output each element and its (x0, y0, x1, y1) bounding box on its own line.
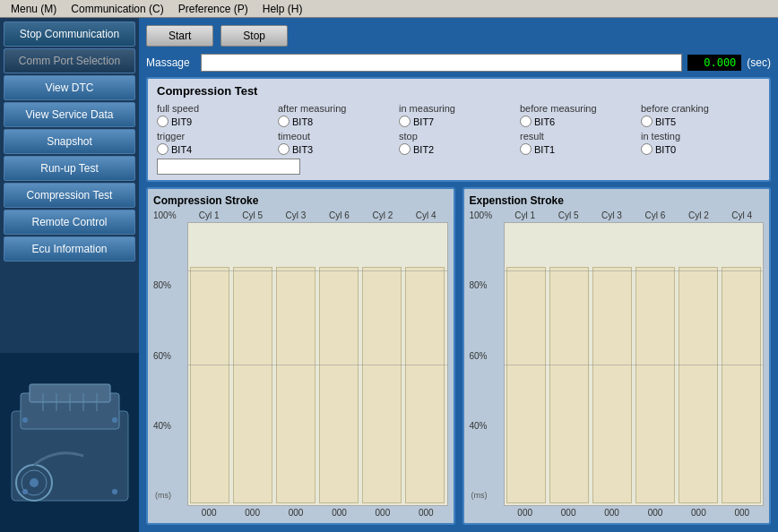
menu-bar: Menu (M) Communication (C) Preference (P… (0, 0, 778, 18)
sidebar: Stop Communication Comm Port Selection V… (0, 18, 139, 532)
bit4-radio[interactable] (157, 143, 169, 155)
charts-area: Compression Stroke 100% 80% 60% 40% (ms)… (146, 187, 771, 525)
bit-item-bit0: in testing BIT0 (641, 131, 760, 155)
compression-bars-wrapper (187, 222, 448, 506)
menu-menu[interactable]: Menu (M) (4, 1, 64, 17)
massage-input[interactable] (201, 54, 682, 72)
exp-bar-col-3 (592, 225, 632, 503)
compression-text-input-row (157, 159, 760, 175)
expansion-col-headers: Cyl 1 Cyl 5 Cyl 3 Cyl 6 Cyl 2 Cyl 4 (504, 210, 765, 220)
ecu-information-button[interactable]: Ecu Information (4, 236, 135, 262)
bit-item-bit5: before cranking BIT5 (641, 103, 760, 127)
help-menu[interactable]: Help (H) (255, 1, 310, 17)
svg-point-13 (22, 489, 28, 494)
run-up-test-button[interactable]: Run-up Test (4, 156, 135, 181)
bar-col-5 (362, 225, 402, 503)
bit9-radio[interactable] (157, 116, 169, 127)
stop-button[interactable]: Stop (220, 25, 288, 47)
compression-test-panel: Compression Test full speed BIT9 after m… (146, 77, 771, 182)
compression-test-button[interactable]: Compression Test (4, 183, 135, 208)
start-button[interactable]: Start (146, 25, 213, 47)
stop-communication-button[interactable]: Stop Communication (4, 21, 135, 47)
compression-test-title: Compression Test (157, 84, 760, 98)
expansion-bars-wrapper (504, 222, 765, 506)
bit-item-bit9: full speed BIT9 (157, 103, 276, 127)
bit-item-bit7: in measuring BIT7 (399, 103, 518, 127)
top-controls: Start Stop (146, 25, 771, 47)
expansion-values-row: 000 000 000 000 000 000 (504, 508, 765, 518)
bit2-radio[interactable] (399, 143, 411, 155)
compression-bars-area: Cyl 1 Cyl 5 Cyl 3 Cyl 6 Cyl 2 Cyl 4 (187, 210, 448, 518)
compression-values-row: 000 000 000 000 000 000 (187, 508, 448, 518)
expansion-bars-area: Cyl 1 Cyl 5 Cyl 3 Cyl 6 Cyl 2 Cyl 4 (504, 210, 765, 518)
bit-item-bit6: before measuring BIT6 (520, 103, 639, 127)
massage-row: Massage 0.000 (sec) (146, 54, 771, 72)
expansion-stroke-chart: 100% 80% 60% 40% (ms) Cyl 1 Cyl 5 Cyl 3 … (470, 210, 765, 518)
massage-label: Massage (146, 56, 195, 69)
engine-image (0, 353, 139, 532)
exp-bar-col-2 (549, 225, 589, 503)
compression-stroke-chart: 100% 80% 60% 40% (ms) Cyl 1 Cyl 5 Cyl 3 … (153, 210, 448, 518)
compression-stroke-panel: Compression Stroke 100% 80% 60% 40% (ms)… (146, 187, 455, 525)
compression-col-headers: Cyl 1 Cyl 5 Cyl 3 Cyl 6 Cyl 2 Cyl 4 (187, 210, 448, 220)
main-layout: Stop Communication Comm Port Selection V… (0, 18, 778, 532)
bit5-radio[interactable] (641, 116, 653, 127)
bit3-radio[interactable] (278, 143, 290, 155)
compression-stroke-title: Compression Stroke (153, 194, 448, 207)
expansion-y-axis: 100% 80% 60% 40% (ms) (470, 210, 504, 518)
bit1-radio[interactable] (520, 143, 532, 155)
expansion-stroke-title: Expenstion Stroke (470, 194, 765, 207)
exp-bar-col-5 (679, 225, 718, 503)
compression-text-input[interactable] (157, 159, 300, 175)
bit7-radio[interactable] (399, 116, 411, 127)
view-service-data-button[interactable]: View Service Data (4, 102, 135, 127)
bit6-radio[interactable] (520, 116, 532, 127)
bit-item-bit1: result BIT1 (520, 131, 639, 155)
bit-grid: full speed BIT9 after measuring BIT8 in … (157, 103, 760, 155)
bit-item-bit3: timeout BIT3 (278, 131, 397, 155)
time-display: 0.000 (687, 55, 741, 71)
bit-item-bit2: stop BIT2 (399, 131, 518, 155)
bar-col-6 (405, 225, 445, 503)
svg-point-12 (112, 417, 117, 423)
bit8-radio[interactable] (278, 116, 290, 127)
bar-col-3 (276, 225, 316, 503)
exp-bar-col-4 (635, 225, 675, 503)
remote-control-button[interactable]: Remote Control (4, 210, 135, 235)
compression-y-axis: 100% 80% 60% 40% (ms) (153, 210, 187, 518)
bit-item-bit8: after measuring BIT8 (278, 103, 397, 127)
snapshot-button[interactable]: Snapshot (4, 129, 135, 154)
bar-col-2 (233, 225, 272, 503)
bar-col-1 (190, 225, 229, 503)
sec-label: (sec) (747, 56, 771, 69)
svg-point-11 (22, 417, 28, 423)
svg-point-14 (112, 489, 117, 494)
comm-port-selection-button[interactable]: Comm Port Selection (4, 48, 135, 73)
expansion-stroke-panel: Expenstion Stroke 100% 80% 60% 40% (ms) … (462, 187, 772, 525)
communication-menu[interactable]: Communication (C) (64, 1, 170, 17)
preference-menu[interactable]: Preference (P) (171, 1, 255, 17)
view-dtc-button[interactable]: View DTC (4, 75, 135, 100)
bar-col-4 (319, 225, 359, 503)
bit0-radio[interactable] (641, 143, 653, 155)
exp-bar-col-6 (722, 225, 761, 503)
content-area: Start Stop Massage 0.000 (sec) Compressi… (139, 18, 778, 532)
svg-point-5 (30, 478, 39, 487)
exp-bar-col-1 (506, 225, 546, 503)
bit-item-bit4: trigger BIT4 (157, 131, 276, 155)
